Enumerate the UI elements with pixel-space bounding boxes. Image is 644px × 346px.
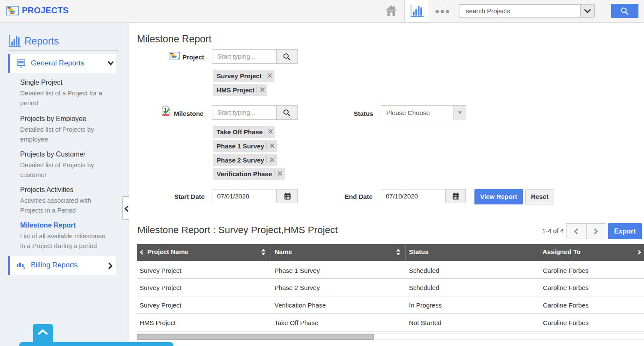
svg-text:s: s <box>23 266 25 269</box>
